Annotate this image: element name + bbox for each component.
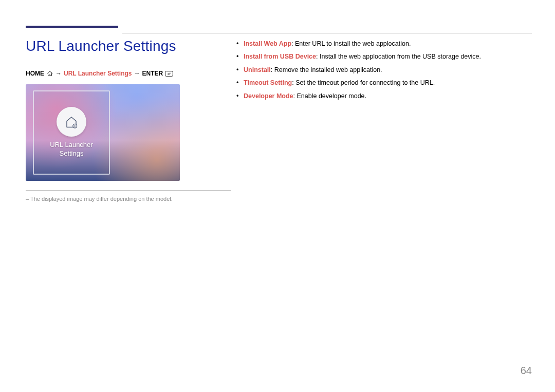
setting-desc: : Remove the installed web application. xyxy=(271,66,382,73)
left-column: URL Launcher Settings HOME → URL Launche… xyxy=(26,37,216,202)
svg-rect-1 xyxy=(165,71,173,76)
setting-desc: : Enter URL to install the web applocati… xyxy=(291,40,411,47)
list-item: Install Web App: Enter URL to install th… xyxy=(236,39,532,49)
page: URL Launcher Settings HOME → URL Launche… xyxy=(0,0,555,222)
setting-term: Uninstall xyxy=(244,66,271,73)
header-accent-bar xyxy=(26,26,118,28)
setting-desc: : Set the timeout period for connecting … xyxy=(292,79,435,86)
setting-desc: : Install the web applocation from the U… xyxy=(316,53,481,60)
model-note: The displayed image may differ depending… xyxy=(26,196,216,202)
list-item: Timeout Setting: Set the timeout period … xyxy=(236,78,532,88)
breadcrumb-home: HOME xyxy=(26,70,44,77)
thumbnail-card: URL Launcher Settings xyxy=(33,90,110,175)
breadcrumb: HOME → URL Launcher Settings → ENTER xyxy=(26,70,216,77)
arrow-icon: → xyxy=(55,70,62,77)
setting-term: Install from USB Device xyxy=(244,53,316,60)
enter-icon xyxy=(165,71,173,77)
thumbnail-label-line1: URL Launcher xyxy=(50,141,92,148)
setting-desc: : Enable developer mode. xyxy=(293,92,366,100)
page-title: URL Launcher Settings xyxy=(26,38,216,54)
list-item: Install from USB Device: Install the web… xyxy=(236,52,532,62)
arrow-icon: → xyxy=(134,70,140,77)
setting-term: Install Web App xyxy=(244,40,291,47)
home-icon xyxy=(46,70,53,77)
thumbnail-label-line2: Settings xyxy=(60,150,84,157)
thumbnail-image: URL Launcher Settings xyxy=(26,84,180,181)
breadcrumb-path: URL Launcher Settings xyxy=(64,70,132,77)
header-rule xyxy=(122,33,532,33)
settings-list: Install Web App: Enter URL to install th… xyxy=(236,39,532,101)
url-launcher-icon xyxy=(57,107,86,137)
thumbnail-label: URL Launcher Settings xyxy=(50,141,92,158)
svg-point-0 xyxy=(49,74,50,75)
thumbnail-divider xyxy=(26,190,231,191)
right-column: Install Web App: Enter URL to install th… xyxy=(236,37,532,202)
list-item: Uninstall: Remove the installed web appl… xyxy=(236,65,532,75)
content-row: URL Launcher Settings HOME → URL Launche… xyxy=(26,37,532,202)
setting-term: Developer Mode xyxy=(244,92,293,100)
setting-term: Timeout Setting xyxy=(244,79,292,86)
breadcrumb-enter: ENTER xyxy=(142,70,163,77)
list-item: Developer Mode: Enable developer mode. xyxy=(236,91,532,101)
page-number: 64 xyxy=(521,365,532,377)
